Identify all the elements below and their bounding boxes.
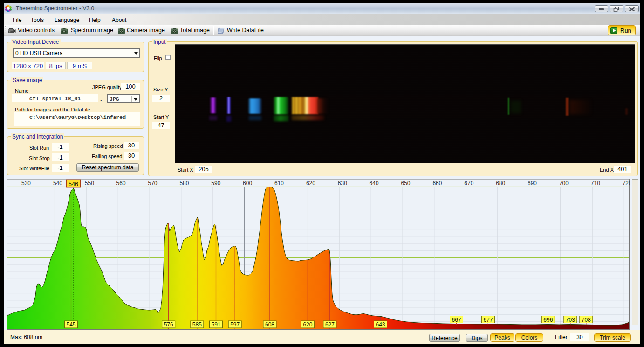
svg-text:690: 690 [528,180,537,187]
svg-text:700: 700 [559,180,569,187]
svg-text:720: 720 [623,180,630,187]
svg-text:640: 640 [370,180,379,187]
svg-text:680: 680 [496,180,505,187]
svg-text:590: 590 [211,180,220,187]
svg-text:627: 627 [325,321,335,328]
svg-text:710: 710 [591,180,600,187]
svg-text:560: 560 [116,180,126,187]
svg-text:545: 545 [66,321,75,328]
svg-text:660: 660 [432,180,442,187]
svg-text:600: 600 [243,180,252,187]
svg-text:530: 530 [21,180,31,187]
svg-text:546: 546 [69,181,78,187]
svg-text:643: 643 [376,321,385,328]
svg-text:610: 610 [274,180,284,187]
svg-text:540: 540 [53,180,62,187]
svg-text:703: 703 [566,317,575,323]
svg-text:630: 630 [338,180,347,187]
svg-text:677: 677 [483,317,493,323]
svg-text:591: 591 [211,321,220,328]
svg-text:708: 708 [582,317,591,323]
svg-text:597: 597 [230,321,240,328]
svg-text:550: 550 [85,180,94,187]
svg-text:620: 620 [303,321,312,328]
svg-text:650: 650 [401,180,410,187]
svg-text:670: 670 [464,180,473,187]
svg-text:667: 667 [452,317,461,323]
svg-text:585: 585 [192,321,202,328]
svg-text:580: 580 [179,180,189,187]
svg-text:570: 570 [148,180,157,187]
svg-text:620: 620 [306,180,315,187]
svg-text:696: 696 [543,317,553,323]
svg-text:608: 608 [265,321,274,328]
svg-text:576: 576 [164,321,173,328]
